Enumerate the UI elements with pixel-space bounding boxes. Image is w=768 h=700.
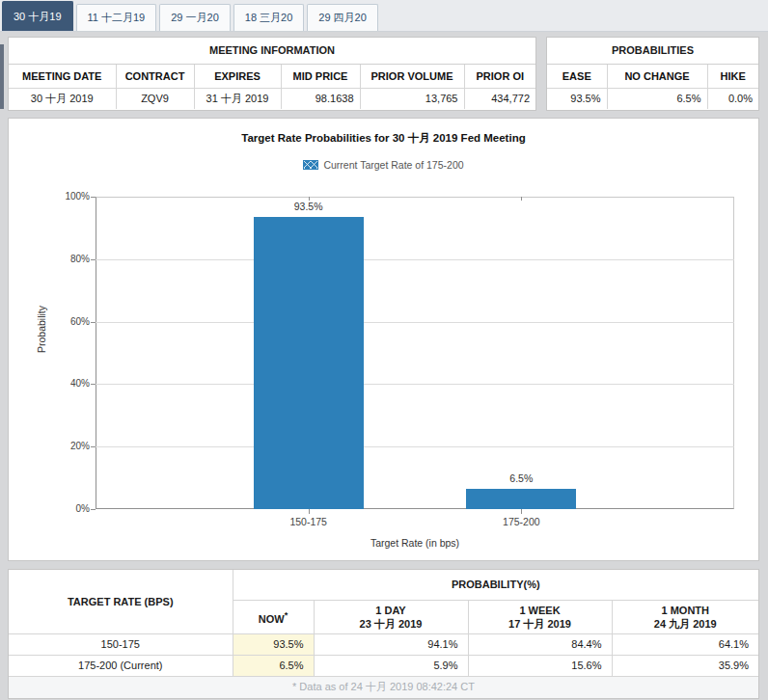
col-header-no-change: NO CHANGE [607, 64, 707, 88]
col-header-1-month: 1 MONTH24 九月 2019 [612, 600, 758, 633]
col-header-hike: HIKE [707, 64, 758, 88]
hatched-bar-legend-icon [303, 160, 318, 170]
x-tick-label: 175-200 [444, 516, 598, 527]
hike-value: 0.0% [707, 88, 758, 109]
x-tick-mark [521, 509, 522, 514]
x-tick-label: 150-175 [232, 516, 386, 527]
tab-30-oct-19[interactable]: 30 十月19 [2, 1, 73, 31]
probabilities-title: PROBABILITIES [547, 38, 758, 64]
rate-range-label: 150-175 [9, 633, 233, 655]
expires-value: 31 十月 2019 [194, 88, 281, 109]
col-header-meeting-date: MEETING DATE [9, 64, 116, 88]
contract-value: ZQV9 [116, 88, 194, 109]
prior-volume-value: 13,765 [360, 88, 464, 109]
col-header-target-rate-bps: TARGET RATE (BPS) [9, 570, 233, 633]
y-tick-mark [91, 197, 96, 198]
legend-label: Current Target Rate of 175-200 [323, 159, 463, 171]
bar-175-200 [466, 489, 576, 509]
data-as-of-footnote: * Data as of 24 十月 2019 08:42:24 CT [9, 676, 758, 698]
y-tick-mark [91, 259, 96, 260]
x-tick-mark-top [309, 197, 310, 201]
bar-value-label: 6.5% [466, 472, 576, 484]
tab-18-mar-20[interactable]: 18 三月20 [233, 4, 305, 31]
y-tick-label: 40% [47, 378, 90, 389]
probability-history-panel: TARGET RATE (BPS) PROBABILITY(%) NOW* 1 … [8, 569, 759, 699]
chart-title: Target Rate Probabilities for 30 十月 2019… [9, 131, 758, 146]
y-tick-label: 100% [47, 191, 90, 202]
bar-value-label: 93.5% [254, 201, 364, 212]
meeting-tabs: 30 十月19 11 十二月19 29 一月20 18 三月20 29 四月20 [0, 0, 768, 32]
month-probability: 35.9% [612, 655, 758, 676]
tab-29-apr-20[interactable]: 29 四月20 [307, 4, 378, 31]
meeting-info-title: MEETING INFORMATION [9, 38, 535, 64]
now-probability: 93.5% [233, 633, 314, 655]
bar-150-175 [254, 217, 364, 509]
prior-oi-value: 434,772 [464, 88, 535, 109]
y-tick-mark [91, 446, 96, 447]
chart-legend: Current Target Rate of 175-200 [9, 159, 758, 171]
probabilities-panel: PROBABILITIES EASE NO CHANGE HIKE 93.5% … [546, 37, 759, 111]
x-tick-mark [309, 509, 310, 514]
col-header-now: NOW* [233, 600, 314, 633]
now-probability: 6.5% [233, 655, 314, 676]
meeting-date-value: 30 十月 2019 [9, 88, 116, 109]
table-row: 150-175 93.5% 94.1% 84.4% 64.1% [9, 633, 758, 655]
rate-range-label: 175-200 (Current) [9, 655, 233, 676]
now-footnote-marker: * [285, 610, 288, 620]
y-tick-label: 80% [47, 254, 90, 264]
target-rate-chart-panel: Target Rate Probabilities for 30 十月 2019… [8, 118, 759, 561]
week-probability: 15.6% [468, 655, 612, 676]
col-header-expires: EXPIRES [194, 64, 281, 88]
meeting-information-panel: MEETING INFORMATION MEETING DATE CONTRAC… [8, 37, 536, 111]
gridline-40% [96, 384, 734, 385]
plot-area [96, 197, 734, 509]
y-tick-mark [91, 384, 96, 385]
mid-price-value: 98.1638 [281, 88, 360, 109]
month-probability: 64.1% [612, 633, 758, 655]
y-tick-label: 20% [47, 441, 90, 451]
col-header-1-week: 1 WEEK17 十月 2019 [468, 600, 612, 633]
col-header-ease: EASE [547, 64, 607, 88]
table-row: 175-200 (Current) 6.5% 5.9% 15.6% 35.9% [9, 655, 758, 676]
y-tick-label: 0% [47, 503, 90, 514]
col-header-prior-oi: PRIOR OI [464, 64, 535, 88]
week-probability: 84.4% [468, 633, 612, 655]
gridline-60% [96, 322, 734, 323]
col-header-mid-price: MID PRICE [281, 64, 360, 88]
x-axis-title: Target Rate (in bps) [96, 537, 734, 549]
col-header-contract: CONTRACT [116, 64, 194, 88]
left-scroll-strip [0, 44, 4, 109]
y-tick-mark [91, 509, 96, 510]
col-header-prior-volume: PRIOR VOLUME [360, 64, 464, 88]
tab-11-dec-19[interactable]: 11 十二月19 [76, 4, 157, 31]
no-change-value: 6.5% [607, 88, 707, 109]
x-tick-mark-top [521, 197, 522, 201]
tab-29-jan-20[interactable]: 29 一月20 [159, 4, 231, 31]
ease-value: 93.5% [547, 88, 607, 109]
group-header-probability: PROBABILITY(%) [233, 570, 758, 600]
y-tick-mark [91, 322, 96, 323]
col-header-1-day: 1 DAY23 十月 2019 [314, 600, 468, 633]
y-tick-label: 60% [47, 316, 90, 327]
day-probability: 5.9% [314, 655, 468, 676]
gridline-80% [96, 259, 734, 260]
y-axis-title: Probability [36, 306, 47, 353]
day-probability: 94.1% [314, 633, 468, 655]
gridline-20% [96, 446, 734, 447]
